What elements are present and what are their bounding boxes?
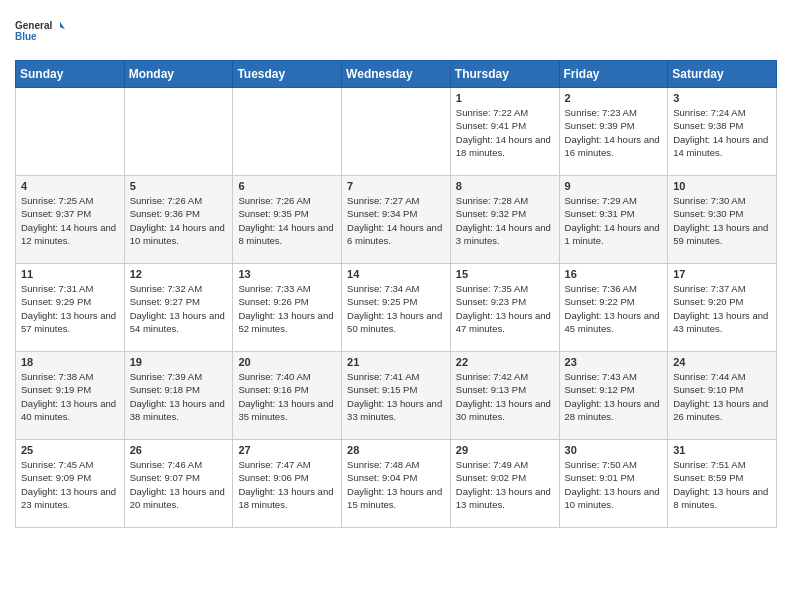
calendar-cell: 21Sunrise: 7:41 AM Sunset: 9:15 PM Dayli… <box>342 352 451 440</box>
day-number: 15 <box>456 268 554 280</box>
day-number: 16 <box>565 268 663 280</box>
day-number: 27 <box>238 444 336 456</box>
calendar-cell: 14Sunrise: 7:34 AM Sunset: 9:25 PM Dayli… <box>342 264 451 352</box>
header-day-wednesday: Wednesday <box>342 61 451 88</box>
day-number: 20 <box>238 356 336 368</box>
day-number: 31 <box>673 444 771 456</box>
header-day-saturday: Saturday <box>668 61 777 88</box>
day-number: 14 <box>347 268 445 280</box>
day-info: Sunrise: 7:38 AM Sunset: 9:19 PM Dayligh… <box>21 370 119 423</box>
calendar-cell: 10Sunrise: 7:30 AM Sunset: 9:30 PM Dayli… <box>668 176 777 264</box>
week-row-5: 25Sunrise: 7:45 AM Sunset: 9:09 PM Dayli… <box>16 440 777 528</box>
day-info: Sunrise: 7:39 AM Sunset: 9:18 PM Dayligh… <box>130 370 228 423</box>
day-number: 10 <box>673 180 771 192</box>
calendar-cell <box>124 88 233 176</box>
day-number: 7 <box>347 180 445 192</box>
header-day-tuesday: Tuesday <box>233 61 342 88</box>
calendar-cell: 6Sunrise: 7:26 AM Sunset: 9:35 PM Daylig… <box>233 176 342 264</box>
header-row: SundayMondayTuesdayWednesdayThursdayFrid… <box>16 61 777 88</box>
day-info: Sunrise: 7:45 AM Sunset: 9:09 PM Dayligh… <box>21 458 119 511</box>
logo: General Blue <box>15 10 65 52</box>
calendar-cell <box>16 88 125 176</box>
day-info: Sunrise: 7:36 AM Sunset: 9:22 PM Dayligh… <box>565 282 663 335</box>
day-info: Sunrise: 7:41 AM Sunset: 9:15 PM Dayligh… <box>347 370 445 423</box>
svg-marker-2 <box>60 22 65 30</box>
day-info: Sunrise: 7:22 AM Sunset: 9:41 PM Dayligh… <box>456 106 554 159</box>
day-info: Sunrise: 7:50 AM Sunset: 9:01 PM Dayligh… <box>565 458 663 511</box>
calendar-cell: 16Sunrise: 7:36 AM Sunset: 9:22 PM Dayli… <box>559 264 668 352</box>
day-number: 2 <box>565 92 663 104</box>
day-info: Sunrise: 7:31 AM Sunset: 9:29 PM Dayligh… <box>21 282 119 335</box>
calendar-cell: 3Sunrise: 7:24 AM Sunset: 9:38 PM Daylig… <box>668 88 777 176</box>
week-row-2: 4Sunrise: 7:25 AM Sunset: 9:37 PM Daylig… <box>16 176 777 264</box>
calendar-cell: 12Sunrise: 7:32 AM Sunset: 9:27 PM Dayli… <box>124 264 233 352</box>
day-info: Sunrise: 7:26 AM Sunset: 9:36 PM Dayligh… <box>130 194 228 247</box>
day-number: 30 <box>565 444 663 456</box>
calendar-cell: 22Sunrise: 7:42 AM Sunset: 9:13 PM Dayli… <box>450 352 559 440</box>
calendar-cell: 15Sunrise: 7:35 AM Sunset: 9:23 PM Dayli… <box>450 264 559 352</box>
calendar-cell: 2Sunrise: 7:23 AM Sunset: 9:39 PM Daylig… <box>559 88 668 176</box>
day-info: Sunrise: 7:32 AM Sunset: 9:27 PM Dayligh… <box>130 282 228 335</box>
day-number: 4 <box>21 180 119 192</box>
day-number: 19 <box>130 356 228 368</box>
day-info: Sunrise: 7:35 AM Sunset: 9:23 PM Dayligh… <box>456 282 554 335</box>
day-info: Sunrise: 7:49 AM Sunset: 9:02 PM Dayligh… <box>456 458 554 511</box>
calendar-cell: 9Sunrise: 7:29 AM Sunset: 9:31 PM Daylig… <box>559 176 668 264</box>
day-number: 23 <box>565 356 663 368</box>
calendar-cell: 26Sunrise: 7:46 AM Sunset: 9:07 PM Dayli… <box>124 440 233 528</box>
day-info: Sunrise: 7:33 AM Sunset: 9:26 PM Dayligh… <box>238 282 336 335</box>
calendar-cell: 1Sunrise: 7:22 AM Sunset: 9:41 PM Daylig… <box>450 88 559 176</box>
day-number: 11 <box>21 268 119 280</box>
week-row-3: 11Sunrise: 7:31 AM Sunset: 9:29 PM Dayli… <box>16 264 777 352</box>
svg-text:General: General <box>15 20 52 31</box>
header: General Blue <box>15 10 777 52</box>
calendar-cell: 4Sunrise: 7:25 AM Sunset: 9:37 PM Daylig… <box>16 176 125 264</box>
day-number: 13 <box>238 268 336 280</box>
day-number: 12 <box>130 268 228 280</box>
day-info: Sunrise: 7:28 AM Sunset: 9:32 PM Dayligh… <box>456 194 554 247</box>
day-number: 24 <box>673 356 771 368</box>
day-number: 1 <box>456 92 554 104</box>
day-info: Sunrise: 7:48 AM Sunset: 9:04 PM Dayligh… <box>347 458 445 511</box>
day-number: 28 <box>347 444 445 456</box>
day-info: Sunrise: 7:44 AM Sunset: 9:10 PM Dayligh… <box>673 370 771 423</box>
calendar-cell: 13Sunrise: 7:33 AM Sunset: 9:26 PM Dayli… <box>233 264 342 352</box>
day-number: 8 <box>456 180 554 192</box>
logo-svg: General Blue <box>15 10 65 52</box>
header-day-friday: Friday <box>559 61 668 88</box>
calendar-table: SundayMondayTuesdayWednesdayThursdayFrid… <box>15 60 777 528</box>
calendar-cell: 5Sunrise: 7:26 AM Sunset: 9:36 PM Daylig… <box>124 176 233 264</box>
calendar-cell <box>233 88 342 176</box>
day-info: Sunrise: 7:23 AM Sunset: 9:39 PM Dayligh… <box>565 106 663 159</box>
day-info: Sunrise: 7:30 AM Sunset: 9:30 PM Dayligh… <box>673 194 771 247</box>
day-info: Sunrise: 7:27 AM Sunset: 9:34 PM Dayligh… <box>347 194 445 247</box>
day-number: 22 <box>456 356 554 368</box>
day-number: 9 <box>565 180 663 192</box>
day-info: Sunrise: 7:51 AM Sunset: 8:59 PM Dayligh… <box>673 458 771 511</box>
calendar-cell: 30Sunrise: 7:50 AM Sunset: 9:01 PM Dayli… <box>559 440 668 528</box>
day-info: Sunrise: 7:34 AM Sunset: 9:25 PM Dayligh… <box>347 282 445 335</box>
calendar-cell: 29Sunrise: 7:49 AM Sunset: 9:02 PM Dayli… <box>450 440 559 528</box>
calendar-cell: 17Sunrise: 7:37 AM Sunset: 9:20 PM Dayli… <box>668 264 777 352</box>
calendar-cell <box>342 88 451 176</box>
calendar-cell: 18Sunrise: 7:38 AM Sunset: 9:19 PM Dayli… <box>16 352 125 440</box>
day-info: Sunrise: 7:47 AM Sunset: 9:06 PM Dayligh… <box>238 458 336 511</box>
calendar-cell: 8Sunrise: 7:28 AM Sunset: 9:32 PM Daylig… <box>450 176 559 264</box>
calendar-cell: 19Sunrise: 7:39 AM Sunset: 9:18 PM Dayli… <box>124 352 233 440</box>
calendar-cell: 27Sunrise: 7:47 AM Sunset: 9:06 PM Dayli… <box>233 440 342 528</box>
calendar-cell: 20Sunrise: 7:40 AM Sunset: 9:16 PM Dayli… <box>233 352 342 440</box>
week-row-1: 1Sunrise: 7:22 AM Sunset: 9:41 PM Daylig… <box>16 88 777 176</box>
svg-text:Blue: Blue <box>15 31 37 42</box>
day-info: Sunrise: 7:37 AM Sunset: 9:20 PM Dayligh… <box>673 282 771 335</box>
day-number: 21 <box>347 356 445 368</box>
calendar-cell: 31Sunrise: 7:51 AM Sunset: 8:59 PM Dayli… <box>668 440 777 528</box>
day-info: Sunrise: 7:25 AM Sunset: 9:37 PM Dayligh… <box>21 194 119 247</box>
calendar-cell: 25Sunrise: 7:45 AM Sunset: 9:09 PM Dayli… <box>16 440 125 528</box>
header-day-thursday: Thursday <box>450 61 559 88</box>
day-info: Sunrise: 7:43 AM Sunset: 9:12 PM Dayligh… <box>565 370 663 423</box>
day-number: 5 <box>130 180 228 192</box>
calendar-cell: 24Sunrise: 7:44 AM Sunset: 9:10 PM Dayli… <box>668 352 777 440</box>
calendar-cell: 28Sunrise: 7:48 AM Sunset: 9:04 PM Dayli… <box>342 440 451 528</box>
day-info: Sunrise: 7:46 AM Sunset: 9:07 PM Dayligh… <box>130 458 228 511</box>
calendar-cell: 11Sunrise: 7:31 AM Sunset: 9:29 PM Dayli… <box>16 264 125 352</box>
